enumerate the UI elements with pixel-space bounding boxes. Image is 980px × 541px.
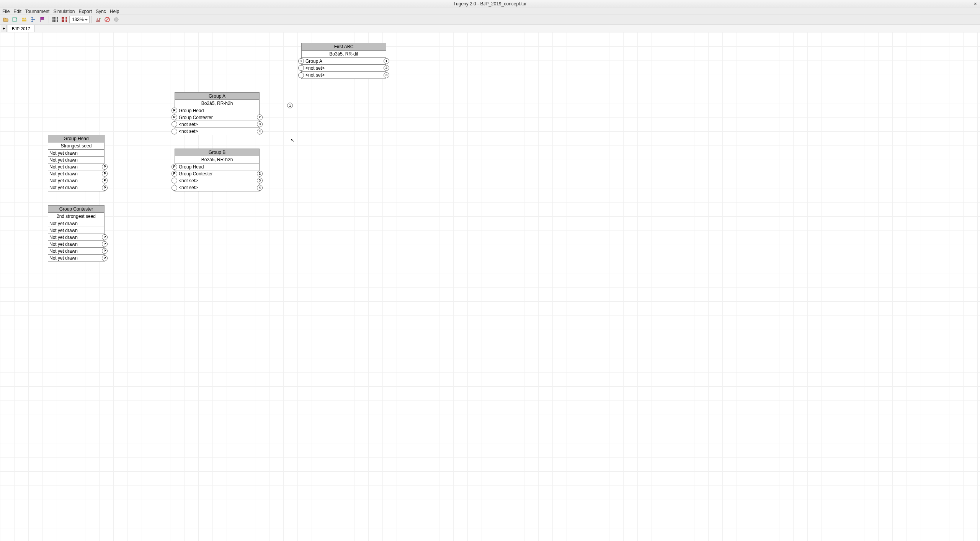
tabbar: + BJP 2017	[0, 25, 980, 32]
close-button[interactable]: ×	[974, 1, 977, 7]
no-entry-icon[interactable]	[103, 15, 111, 24]
svg-point-2	[24, 18, 26, 19]
menu-simulation[interactable]: Simulation	[53, 9, 75, 14]
titlebar: Tugeny 2.0 - BJP_2019_concept.tur ×	[0, 0, 980, 8]
grid-red-icon[interactable]	[60, 15, 69, 24]
zoom-value: 133%	[72, 17, 84, 22]
chart-icon[interactable]	[94, 15, 102, 24]
svg-point-1	[22, 18, 24, 19]
menu-tournament[interactable]: Tournament	[25, 9, 49, 14]
players-icon[interactable]	[20, 15, 28, 24]
menu-export[interactable]: Export	[78, 9, 92, 14]
menubar: File Edit Tournament Simulation Export S…	[0, 8, 980, 15]
tab-bjp2017[interactable]: BJP 2017	[8, 25, 34, 32]
globe-icon[interactable]	[112, 15, 121, 24]
flag-icon[interactable]	[38, 15, 47, 24]
grid-icon[interactable]	[51, 15, 59, 24]
menu-help[interactable]: Help	[110, 9, 119, 14]
svg-point-6	[114, 18, 118, 21]
window-title: Tugeny 2.0 - BJP_2019_concept.tur	[453, 1, 527, 7]
svg-rect-3	[22, 20, 26, 21]
menu-file[interactable]: File	[2, 9, 10, 14]
zoom-select[interactable]: 133%	[69, 16, 90, 23]
menu-sync[interactable]: Sync	[96, 9, 106, 14]
new-node-icon[interactable]	[11, 15, 19, 24]
menu-edit[interactable]: Edit	[13, 9, 21, 14]
toolbar: 133%	[0, 15, 980, 25]
separator	[91, 16, 92, 23]
open-icon[interactable]	[2, 15, 10, 24]
svg-line-5	[106, 18, 109, 21]
separator	[49, 16, 49, 23]
bracket-icon[interactable]	[29, 15, 38, 24]
tab-add[interactable]: +	[1, 25, 7, 32]
